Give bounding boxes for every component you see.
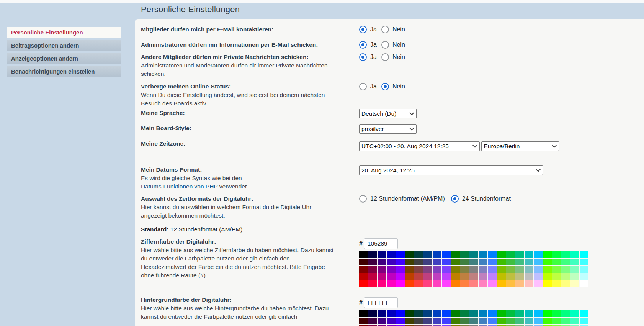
- palette-cell[interactable]: [368, 266, 377, 273]
- palette-cell[interactable]: [460, 266, 469, 273]
- palette-cell[interactable]: [433, 318, 441, 324]
- palette-cell[interactable]: [543, 310, 552, 317]
- palette-cell[interactable]: [525, 266, 533, 273]
- palette-cell[interactable]: [534, 310, 543, 317]
- palette-cell[interactable]: [497, 318, 506, 324]
- palette-cell[interactable]: [506, 318, 515, 324]
- palette-cell[interactable]: [469, 280, 478, 287]
- palette-cell[interactable]: [580, 266, 588, 273]
- radio-no[interactable]: [381, 41, 389, 49]
- palette-cell[interactable]: [479, 273, 487, 280]
- palette-cell[interactable]: [580, 259, 588, 265]
- palette-cell[interactable]: [460, 273, 469, 280]
- palette-cell[interactable]: [497, 310, 506, 317]
- palette-cell[interactable]: [414, 318, 423, 324]
- palette-cell[interactable]: [469, 266, 478, 273]
- palette-cell[interactable]: [580, 318, 588, 324]
- php-date-functions-link[interactable]: Datums-Funktionen von PHP: [141, 183, 217, 190]
- palette-cell[interactable]: [442, 280, 451, 287]
- palette-cell[interactable]: [580, 280, 588, 287]
- palette-cell[interactable]: [570, 266, 579, 273]
- palette-cell[interactable]: [479, 266, 487, 273]
- palette-cell[interactable]: [387, 280, 396, 287]
- palette-cell[interactable]: [359, 259, 368, 265]
- radio-no[interactable]: [381, 83, 389, 90]
- palette-cell[interactable]: [423, 266, 432, 273]
- palette-cell[interactable]: [460, 259, 469, 265]
- palette-cell[interactable]: [378, 259, 386, 265]
- palette-cell[interactable]: [561, 318, 570, 324]
- palette-cell[interactable]: [488, 280, 497, 287]
- palette-cell[interactable]: [359, 273, 368, 280]
- palette-cell[interactable]: [525, 259, 533, 265]
- palette-cell[interactable]: [451, 310, 460, 317]
- palette-cell[interactable]: [405, 318, 414, 324]
- digit-color-input[interactable]: [364, 238, 398, 249]
- palette-cell[interactable]: [423, 251, 432, 258]
- palette-cell[interactable]: [488, 251, 497, 258]
- palette-cell[interactable]: [451, 266, 460, 273]
- palette-cell[interactable]: [543, 280, 552, 287]
- sidebar-item-beitragsoptionen[interactable]: Beitragsoptionen ändern: [7, 40, 121, 51]
- palette-cell[interactable]: [451, 273, 460, 280]
- palette-cell[interactable]: [359, 310, 368, 317]
- palette-cell[interactable]: [378, 266, 386, 273]
- palette-cell[interactable]: [433, 310, 441, 317]
- palette-cell[interactable]: [460, 318, 469, 324]
- palette-cell[interactable]: [543, 259, 552, 265]
- palette-cell[interactable]: [433, 259, 441, 265]
- palette-cell[interactable]: [387, 266, 396, 273]
- palette-cell[interactable]: [451, 280, 460, 287]
- palette-cell[interactable]: [414, 251, 423, 258]
- palette-cell[interactable]: [396, 310, 405, 317]
- palette-cell[interactable]: [442, 310, 451, 317]
- sidebar-item-persoenliche-einstellungen[interactable]: Persönliche Einstellungen: [7, 27, 121, 38]
- palette-cell[interactable]: [479, 318, 487, 324]
- palette-cell[interactable]: [405, 310, 414, 317]
- palette-cell[interactable]: [580, 273, 588, 280]
- palette-cell[interactable]: [359, 251, 368, 258]
- palette-cell[interactable]: [570, 280, 579, 287]
- palette-cell[interactable]: [552, 251, 561, 258]
- palette-cell[interactable]: [488, 310, 497, 317]
- palette-cell[interactable]: [552, 273, 561, 280]
- palette-cell[interactable]: [433, 251, 441, 258]
- palette-cell[interactable]: [515, 273, 524, 280]
- palette-cell[interactable]: [423, 318, 432, 324]
- palette-cell[interactable]: [497, 251, 506, 258]
- palette-cell[interactable]: [543, 273, 552, 280]
- palette-cell[interactable]: [368, 310, 377, 317]
- sidebar-item-anzeigeoptionen[interactable]: Anzeigeoptionen ändern: [7, 53, 121, 64]
- palette-cell[interactable]: [423, 259, 432, 265]
- palette-cell[interactable]: [561, 259, 570, 265]
- timezone-city-select[interactable]: Europa/Berlin: [481, 141, 559, 151]
- palette-cell[interactable]: [414, 280, 423, 287]
- palette-cell[interactable]: [387, 259, 396, 265]
- palette-cell[interactable]: [378, 310, 386, 317]
- palette-cell[interactable]: [359, 266, 368, 273]
- radio-12h[interactable]: [359, 195, 367, 203]
- palette-cell[interactable]: [506, 273, 515, 280]
- palette-cell[interactable]: [515, 259, 524, 265]
- palette-cell[interactable]: [506, 266, 515, 273]
- palette-cell[interactable]: [469, 259, 478, 265]
- palette-cell[interactable]: [534, 280, 543, 287]
- palette-cell[interactable]: [460, 251, 469, 258]
- palette-cell[interactable]: [543, 266, 552, 273]
- palette-cell[interactable]: [405, 251, 414, 258]
- palette-cell[interactable]: [442, 318, 451, 324]
- palette-cell[interactable]: [433, 266, 441, 273]
- radio-no[interactable]: [381, 53, 389, 61]
- palette-cell[interactable]: [525, 318, 533, 324]
- radio-no[interactable]: [381, 26, 389, 33]
- palette-cell[interactable]: [433, 273, 441, 280]
- palette-cell[interactable]: [506, 310, 515, 317]
- palette-cell[interactable]: [359, 318, 368, 324]
- palette-cell[interactable]: [423, 310, 432, 317]
- sidebar-item-benachrichtigungen[interactable]: Benachrichtigungen einstellen: [7, 66, 121, 77]
- palette-cell[interactable]: [469, 318, 478, 324]
- palette-cell[interactable]: [479, 310, 487, 317]
- palette-cell[interactable]: [405, 280, 414, 287]
- palette-cell[interactable]: [405, 273, 414, 280]
- palette-cell[interactable]: [552, 310, 561, 317]
